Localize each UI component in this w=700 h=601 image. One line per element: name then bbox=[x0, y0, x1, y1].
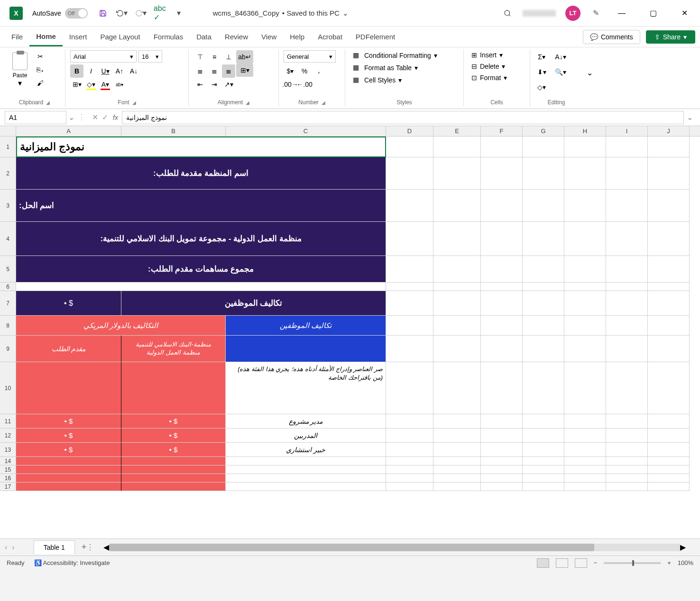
row-header-12[interactable]: 12 bbox=[0, 428, 16, 443]
cell-r5-c10[interactable] bbox=[648, 256, 690, 282]
cell-r13-c4[interactable] bbox=[386, 443, 433, 457]
cell-r16-c6[interactable] bbox=[481, 474, 523, 483]
comments-button[interactable]: 💬 Comments bbox=[583, 30, 640, 44]
cell-r7-c4[interactable] bbox=[386, 291, 433, 316]
cell-r6-c5[interactable] bbox=[433, 282, 481, 291]
cell-r14-c8[interactable] bbox=[564, 457, 606, 465]
sheet-next-icon[interactable]: › bbox=[12, 543, 14, 552]
cancel-formula-icon[interactable]: ✕ bbox=[92, 113, 98, 122]
tab-data[interactable]: Data bbox=[190, 28, 218, 46]
cell-r12-c7[interactable] bbox=[523, 428, 564, 443]
cell-r6-c9[interactable] bbox=[606, 282, 648, 291]
paste-dropdown-icon[interactable]: ▾ bbox=[18, 79, 22, 88]
row-header-5[interactable]: 5 bbox=[0, 256, 16, 282]
search-icon[interactable] bbox=[502, 8, 513, 19]
bold-button[interactable]: B bbox=[70, 64, 83, 78]
cell-r11-c10[interactable] bbox=[648, 414, 690, 428]
collapse-ribbon-icon[interactable]: ⌄ bbox=[582, 49, 597, 107]
name-box[interactable]: A1 bbox=[5, 111, 66, 124]
sheet-tab-table1[interactable]: Table 1 bbox=[34, 540, 75, 554]
number-dialog-launcher[interactable]: ◢ bbox=[322, 100, 325, 105]
column-header-H[interactable]: H bbox=[564, 126, 606, 136]
cell-styles-button[interactable]: ▦Cell Styles ▾ bbox=[350, 75, 459, 85]
cell-r1-c5[interactable] bbox=[433, 137, 481, 157]
cell-r14-c2[interactable] bbox=[121, 457, 226, 465]
horizontal-scrollbar[interactable]: ◀ ▶ bbox=[103, 543, 686, 552]
cell-r14-c7[interactable] bbox=[523, 457, 564, 465]
cell-r9-c5[interactable] bbox=[433, 336, 481, 362]
format-cells-button[interactable]: ⊡Format ▾ bbox=[469, 73, 525, 82]
enter-formula-icon[interactable]: ✓ bbox=[102, 113, 108, 122]
orientation-icon[interactable]: ↗▾ bbox=[222, 78, 235, 91]
increase-decimal-icon[interactable]: .00→ bbox=[284, 78, 297, 91]
zoom-level[interactable]: 100% bbox=[678, 559, 693, 566]
cell-r8-c6[interactable] bbox=[481, 316, 523, 336]
cell-r13-c5[interactable] bbox=[433, 443, 481, 457]
page-layout-view-icon[interactable] bbox=[556, 558, 568, 568]
cell-r6-c6[interactable] bbox=[481, 282, 523, 291]
increase-indent-icon[interactable]: ⇥ bbox=[208, 78, 221, 91]
cell-r14-c10[interactable] bbox=[648, 457, 690, 465]
column-header-J[interactable]: J bbox=[648, 126, 690, 136]
number-format-selector[interactable]: General▾ bbox=[284, 50, 336, 63]
cell-r2-c9[interactable] bbox=[606, 157, 648, 190]
cell-r7-c1[interactable]: • $ bbox=[16, 291, 121, 316]
column-header-A[interactable]: A bbox=[16, 126, 121, 136]
cell-r11-c5[interactable] bbox=[433, 414, 481, 428]
cell-r4-c4[interactable] bbox=[386, 222, 433, 256]
tab-page-layout[interactable]: Page Layout bbox=[93, 28, 147, 46]
spreadsheet-grid[interactable]: ABCDEFGHIJ 1234567891011121314151617 نمو… bbox=[0, 126, 700, 538]
redo-icon[interactable]: ▾ bbox=[135, 8, 147, 19]
row-header-7[interactable]: 7 bbox=[0, 291, 16, 316]
cell-r7-c10[interactable] bbox=[648, 291, 690, 316]
cell-r3-c5[interactable] bbox=[433, 190, 481, 222]
cell-r3-c4[interactable] bbox=[386, 190, 433, 222]
cell-r11-c9[interactable] bbox=[606, 414, 648, 428]
cell-r2-c4[interactable] bbox=[386, 157, 433, 190]
zoom-in-icon[interactable]: + bbox=[667, 559, 671, 566]
cell-r11-c2[interactable]: • $ bbox=[121, 414, 226, 428]
cell-r3-c8[interactable] bbox=[564, 190, 606, 222]
cell-r15-c2[interactable] bbox=[121, 465, 226, 474]
tab-insert[interactable]: Insert bbox=[63, 28, 94, 46]
fill-color-button[interactable]: ◇▾ bbox=[84, 78, 98, 91]
column-header-B[interactable]: B bbox=[121, 126, 226, 136]
cell-r14-c1[interactable] bbox=[16, 457, 121, 465]
tab-formulas[interactable]: Formulas bbox=[147, 28, 190, 46]
cell-r2-c1[interactable]: اسم المنظمة مقدمة للطلب: bbox=[16, 157, 386, 190]
clipboard-dialog-launcher[interactable]: ◢ bbox=[46, 100, 50, 105]
expand-formula-bar-icon[interactable]: ⌄ bbox=[684, 113, 695, 122]
cell-r12-c3[interactable]: المدربين bbox=[226, 428, 386, 443]
cell-r2-c8[interactable] bbox=[564, 157, 606, 190]
cut-icon[interactable]: ✂ bbox=[33, 50, 47, 63]
cell-r9-c3[interactable] bbox=[226, 336, 386, 362]
cell-r4-c8[interactable] bbox=[564, 222, 606, 256]
row-header-3[interactable]: 3 bbox=[0, 190, 16, 222]
cell-r10-c2[interactable] bbox=[121, 362, 226, 414]
toggle-switch[interactable]: Off bbox=[65, 8, 88, 18]
cell-r9-c10[interactable] bbox=[648, 336, 690, 362]
cell-r9-c4[interactable] bbox=[386, 336, 433, 362]
cell-r4-c5[interactable] bbox=[433, 222, 481, 256]
pen-icon[interactable]: ✎ bbox=[590, 8, 601, 19]
cell-r12-c5[interactable] bbox=[433, 428, 481, 443]
cell-r10-c4[interactable] bbox=[386, 362, 433, 414]
percent-format-icon[interactable]: % bbox=[298, 64, 311, 78]
format-painter-icon[interactable]: 🖌 bbox=[33, 77, 47, 89]
cell-r7-c9[interactable] bbox=[606, 291, 648, 316]
sheet-prev-icon[interactable]: ‹ bbox=[5, 543, 7, 552]
cell-r15-c8[interactable] bbox=[564, 465, 606, 474]
cell-r10-c1[interactable] bbox=[16, 362, 121, 414]
cell-r9-c8[interactable] bbox=[564, 336, 606, 362]
cell-r3-c10[interactable] bbox=[648, 190, 690, 222]
normal-view-icon[interactable] bbox=[537, 558, 549, 568]
row-header-11[interactable]: 11 bbox=[0, 414, 16, 428]
cell-r6-c10[interactable] bbox=[648, 282, 690, 291]
cell-r14-c3[interactable] bbox=[226, 457, 386, 465]
cell-r15-c5[interactable] bbox=[433, 465, 481, 474]
cell-r17-c7[interactable] bbox=[523, 483, 564, 491]
cell-r1-c9[interactable] bbox=[606, 137, 648, 157]
cell-r14-c9[interactable] bbox=[606, 457, 648, 465]
tab-view[interactable]: View bbox=[255, 28, 283, 46]
align-middle-icon[interactable]: ≡ bbox=[208, 50, 221, 64]
